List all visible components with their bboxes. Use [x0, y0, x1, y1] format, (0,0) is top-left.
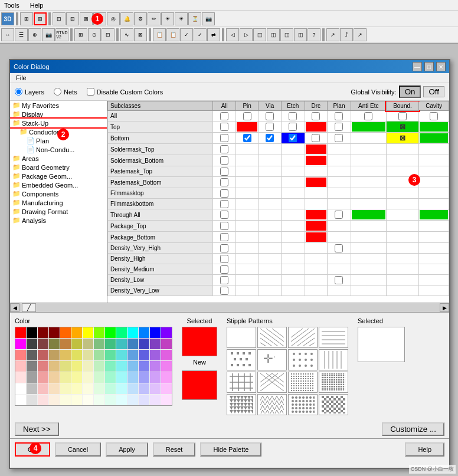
stipple-dots1[interactable] — [288, 349, 318, 370]
layer-checkbox[interactable] — [312, 134, 320, 142]
color-swatch[interactable] — [127, 350, 138, 360]
scroll-left[interactable]: ◀ — [10, 303, 19, 312]
tree-item-conductor[interactable]: 📁 Conductor — [10, 127, 107, 136]
color-swatch[interactable] — [71, 361, 82, 372]
tree-item-embeddedgeo[interactable]: 📁 Embedded Geom... — [10, 180, 107, 189]
color-swatch[interactable] — [116, 350, 127, 360]
layer-checkbox[interactable] — [220, 200, 228, 208]
layer-cell[interactable] — [281, 133, 305, 144]
layer-cell[interactable] — [235, 254, 258, 264]
minimize-button[interactable]: — — [413, 62, 422, 71]
color-swatch[interactable] — [105, 395, 116, 405]
next-button[interactable]: Next >> — [15, 422, 59, 436]
color-swatch[interactable] — [161, 327, 172, 338]
layer-cell[interactable] — [386, 199, 419, 209]
stipple-cross1[interactable] — [227, 372, 256, 393]
layer-checkbox[interactable] — [364, 112, 372, 120]
color-swatch[interactable] — [116, 372, 127, 383]
layer-cell[interactable] — [305, 111, 327, 122]
color-swatch[interactable] — [49, 395, 60, 405]
tree-item-noncondu[interactable]: 📄 Non-Condu... — [10, 145, 107, 154]
layer-checkbox[interactable] — [220, 287, 228, 295]
layer-checkbox-checked[interactable] — [243, 134, 251, 142]
layer-checkbox[interactable] — [220, 145, 228, 153]
layer-cell[interactable] — [281, 232, 305, 243]
layer-cell[interactable] — [351, 122, 386, 133]
layer-checkbox[interactable] — [220, 189, 228, 198]
layer-cell[interactable] — [213, 122, 235, 133]
color-swatch[interactable] — [15, 383, 26, 394]
color-swatch[interactable] — [139, 350, 149, 360]
layer-cell[interactable] — [305, 155, 327, 166]
tb6[interactable]: 🔔 — [120, 12, 133, 25]
layer-cell[interactable] — [213, 111, 235, 122]
menu-help[interactable]: Help — [28, 1, 45, 9]
tb5[interactable]: ◎ — [107, 12, 120, 25]
layer-cell[interactable] — [305, 177, 327, 188]
layer-cell[interactable] — [281, 155, 305, 166]
layer-cell[interactable] — [351, 111, 386, 122]
layer-cell[interactable]: ⊠ — [386, 122, 419, 133]
disable-custom-checkbox[interactable] — [87, 88, 94, 96]
layer-cell[interactable] — [328, 254, 351, 264]
layer-cell[interactable] — [419, 254, 449, 264]
color-swatch[interactable] — [150, 383, 161, 394]
layer-checkbox-blue[interactable] — [289, 134, 297, 142]
layer-checkbox[interactable] — [220, 134, 228, 142]
layer-checkbox[interactable] — [220, 244, 228, 252]
color-swatch[interactable] — [49, 350, 60, 360]
color-swatch[interactable] — [150, 372, 161, 383]
layer-cell[interactable] — [386, 188, 419, 199]
layer-cell[interactable] — [305, 221, 327, 232]
layer-cell[interactable] — [213, 209, 235, 221]
layer-cell[interactable] — [213, 285, 235, 296]
layer-cell[interactable] — [386, 111, 419, 122]
subclass-name-cell[interactable]: Soldermask_Bottom — [108, 155, 213, 166]
layer-checkbox[interactable] — [220, 222, 228, 230]
layer-cell[interactable] — [213, 264, 235, 275]
layer-cell[interactable] — [328, 232, 351, 243]
stipple-solid3[interactable] — [288, 394, 318, 415]
color-cell[interactable] — [306, 221, 326, 231]
color-cell[interactable] — [306, 122, 326, 132]
color-swatch[interactable] — [15, 372, 26, 383]
tb2-3[interactable]: ⊕ — [28, 28, 41, 41]
color-swatch[interactable] — [15, 361, 26, 372]
layer-cell[interactable] — [235, 209, 258, 221]
layer-cell[interactable] — [386, 264, 419, 275]
tree-item-analysis[interactable]: 📁 Analysis — [10, 216, 107, 225]
layer-cell[interactable] — [259, 199, 281, 209]
color-swatch[interactable] — [60, 361, 71, 372]
tree-item-packagegeo[interactable]: 📁 Package Geom... — [10, 172, 107, 180]
color-swatch[interactable] — [38, 327, 48, 338]
layer-cell[interactable] — [328, 155, 351, 166]
subclass-name-cell[interactable]: Pastemask_Top — [108, 166, 213, 177]
color-swatch[interactable] — [94, 327, 104, 338]
layer-cell[interactable] — [305, 275, 327, 285]
layer-checkbox[interactable] — [220, 265, 228, 274]
color-swatch[interactable] — [49, 327, 60, 338]
layer-cell[interactable] — [386, 155, 419, 166]
layer-cell[interactable] — [328, 221, 351, 232]
tb12[interactable]: 📷 — [202, 12, 215, 25]
color-swatch[interactable] — [38, 361, 48, 372]
color-swatch[interactable] — [38, 395, 48, 405]
color-swatch[interactable] — [27, 350, 37, 360]
layer-cell[interactable] — [351, 221, 386, 232]
layer-checkbox[interactable] — [335, 276, 343, 284]
color-cell[interactable] — [352, 210, 385, 219]
color-swatch[interactable] — [127, 327, 138, 338]
layer-cell[interactable] — [386, 275, 419, 285]
color-swatch[interactable] — [116, 383, 127, 394]
subclass-name-cell[interactable]: Filmmasktop — [108, 188, 213, 199]
color-swatch[interactable] — [71, 327, 82, 338]
toolbar-3d[interactable]: 3D — [1, 12, 14, 25]
layer-cell[interactable] — [328, 243, 351, 254]
color-swatch[interactable] — [94, 383, 104, 394]
menu-tools[interactable]: Tools — [2, 1, 21, 9]
layer-cell[interactable] — [281, 285, 305, 296]
layer-cell[interactable] — [281, 177, 305, 188]
tb2-6[interactable]: ⊞ — [74, 28, 87, 41]
layer-cell[interactable] — [281, 243, 305, 254]
layer-cell[interactable] — [351, 275, 386, 285]
